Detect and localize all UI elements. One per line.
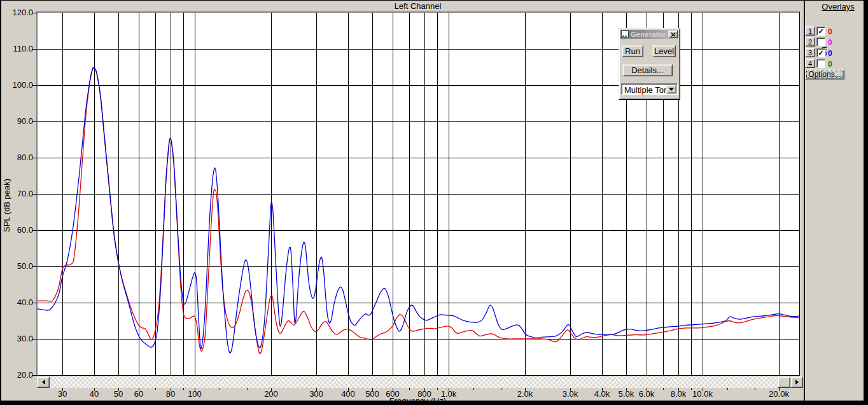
y-tick-label: 80.0 [0, 153, 33, 162]
x-tick-label: 1.0k [430, 389, 468, 399]
x-tick-label: 100 [176, 389, 214, 399]
signal-type-select[interactable]: Multiple Ton [621, 83, 678, 95]
x-tick-mark [473, 388, 474, 390]
y-tick-label: 100.0 [0, 80, 33, 90]
x-tick-mark [755, 388, 755, 390]
details-button[interactable]: Details... [622, 64, 673, 76]
x-tick-label: 200 [252, 389, 290, 399]
y-tick-mark [32, 194, 37, 195]
signal-type-value: Multiple Ton [624, 85, 668, 95]
y-tick-label: 30.0 [0, 334, 33, 343]
y-tick-mark [32, 266, 37, 267]
generator-titlebar[interactable]: Generator [620, 30, 678, 39]
y-tick-label: 20.0 [0, 370, 33, 380]
overlay-set-button-4[interactable]: 4 [805, 58, 815, 68]
run-button[interactable]: Run [622, 45, 643, 57]
overlay-on-checkbox-1[interactable]: ✓ [816, 27, 825, 36]
overlay-value-2: 0 [828, 38, 832, 47]
x-tick-mark [501, 388, 501, 390]
y-tick-label: 110.0 [0, 44, 33, 53]
y-tick-label: 120.0 [0, 8, 33, 17]
generator-dialog: Generator Run Level Details... Multiple … [619, 28, 680, 100]
waveform-icon [621, 31, 629, 38]
window-edge-top [0, 0, 868, 1]
plot-area [36, 11, 800, 376]
y-tick-mark [32, 303, 37, 303]
y-tick-mark [32, 49, 37, 50]
window-edge-left [0, 0, 1, 405]
arrow-right-icon [795, 380, 799, 385]
overlay-on-checkbox-2[interactable] [816, 38, 825, 46]
chart-title: Left Channel [36, 1, 799, 11]
x-scrollbar-thumb[interactable] [778, 376, 790, 388]
x-scrollbar-track[interactable] [50, 376, 790, 388]
level-button[interactable]: Level [652, 45, 676, 57]
window-edge-right [864, 0, 868, 405]
overlay-on-checkbox-3[interactable]: ✓ [816, 48, 825, 57]
x-tick-mark [727, 388, 728, 390]
y-tick-mark [32, 375, 37, 376]
y-tick-mark [32, 13, 37, 13]
overlay-value-1: 0 [828, 27, 832, 36]
y-tick-label: 40.0 [0, 298, 33, 307]
scroll-right-button[interactable] [790, 376, 803, 388]
close-icon[interactable] [668, 31, 678, 38]
options-button[interactable]: Options... [805, 69, 844, 79]
spectrum-plot-canvas [38, 13, 799, 375]
y-tick-mark [32, 85, 37, 86]
y-tick-label: 60.0 [0, 225, 33, 235]
overlay-value-4: 0 [828, 60, 832, 69]
x-tick-label: 10.0k [683, 389, 722, 399]
x-tick-label: 2.0k [506, 389, 544, 399]
y-tick-mark [32, 230, 37, 231]
chevron-down-icon[interactable] [666, 85, 676, 93]
y-tick-label: 70.0 [0, 189, 33, 198]
x-tick-mark [220, 388, 220, 390]
overlay-set-button-3[interactable]: 3 [805, 48, 815, 57]
overlay-set-button-2[interactable]: 2 [805, 37, 815, 46]
overlay-on-checkbox-4[interactable] [816, 59, 825, 68]
y-tick-mark [32, 339, 37, 340]
y-tick-label: 90.0 [0, 116, 33, 126]
overlay-value-3: 0 [828, 49, 832, 58]
overlay-set-button-1[interactable]: 1 [805, 26, 815, 36]
overlays-title: Overlays [816, 2, 860, 11]
y-tick-mark [32, 158, 37, 158]
app-window: { "chart_data": { "type": "line", "title… [0, 0, 868, 405]
arrow-left-icon [42, 380, 45, 385]
x-tick-label: 20.0k [760, 389, 798, 399]
scroll-left-button[interactable] [37, 376, 50, 388]
generator-title: Generator [631, 31, 666, 38]
x-tick-mark [247, 388, 248, 390]
y-tick-label: 50.0 [0, 261, 33, 271]
y-tick-mark [32, 121, 37, 122]
